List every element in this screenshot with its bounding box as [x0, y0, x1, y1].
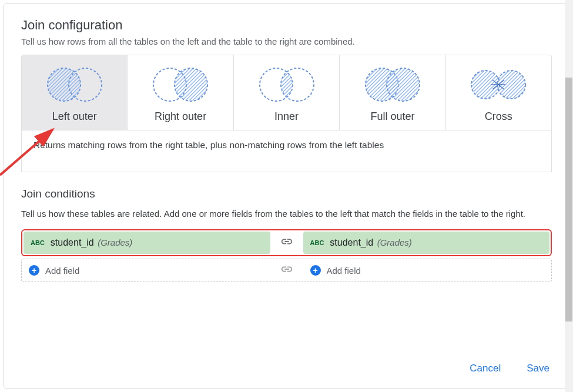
join-type-full-outer[interactable]: Full outer [340, 55, 445, 130]
field-source: (Grades) [377, 237, 412, 247]
venn-cross-icon [451, 63, 547, 106]
field-name: student_id [51, 237, 94, 247]
add-left-field-button[interactable]: + Add field [22, 259, 270, 282]
add-right-field-button[interactable]: + Add field [303, 259, 552, 282]
save-button[interactable]: Save [524, 358, 552, 379]
field-type-icon: ABC [310, 239, 324, 246]
condition-right-field[interactable]: ABC student_id (Grades) [303, 232, 550, 254]
scrollbar-track[interactable] [565, 0, 573, 392]
link-icon [270, 235, 303, 250]
dialog-actions: Cancel Save [467, 358, 552, 379]
svg-point-9 [387, 68, 420, 101]
scrollbar-thumb[interactable] [565, 78, 572, 321]
condition-add-row: + Add field + Add field [21, 259, 552, 282]
dialog-subtitle: Tell us how rows from all the tables on … [21, 36, 552, 46]
join-type-label: Right outer [132, 110, 228, 123]
venn-left-outer-icon [26, 63, 122, 106]
field-type-icon: ABC [31, 239, 45, 246]
join-type-inner[interactable]: Inner [234, 55, 340, 130]
conditions-subtitle: Tell us how these tables are related. Ad… [21, 207, 552, 220]
join-type-selector: Left outer Right outer [21, 55, 552, 130]
venn-full-outer-icon [344, 63, 440, 106]
venn-inner-icon [239, 63, 334, 106]
join-type-label: Full outer [344, 110, 440, 123]
join-type-left-outer[interactable]: Left outer [22, 55, 128, 130]
cancel-button[interactable]: Cancel [467, 358, 503, 379]
condition-left-field[interactable]: ABC student_id (Grades) [24, 232, 270, 254]
join-type-label: Inner [239, 110, 334, 123]
join-type-right-outer[interactable]: Right outer [128, 55, 233, 130]
plus-icon: + [29, 265, 39, 276]
join-type-label: Left outer [26, 110, 122, 123]
dialog-title: Join configuration [21, 18, 552, 33]
join-config-dialog: Join configuration Tell us how rows from… [3, 3, 570, 389]
venn-right-outer-icon [132, 63, 228, 106]
field-name: student_id [330, 237, 373, 247]
add-field-label: Add field [45, 266, 79, 276]
link-icon [270, 263, 303, 278]
condition-row: ABC student_id (Grades) ABC student_id (… [21, 229, 552, 256]
plus-icon: + [310, 265, 321, 276]
svg-point-0 [48, 68, 81, 101]
svg-point-2 [175, 68, 207, 101]
field-source: (Grades) [98, 237, 132, 247]
join-type-cross[interactable]: Cross [446, 55, 551, 130]
join-type-label: Cross [451, 110, 547, 123]
join-type-description: Returns matching rows from the right tab… [21, 130, 552, 172]
add-field-label: Add field [327, 266, 361, 276]
conditions-title: Join conditions [21, 187, 552, 200]
